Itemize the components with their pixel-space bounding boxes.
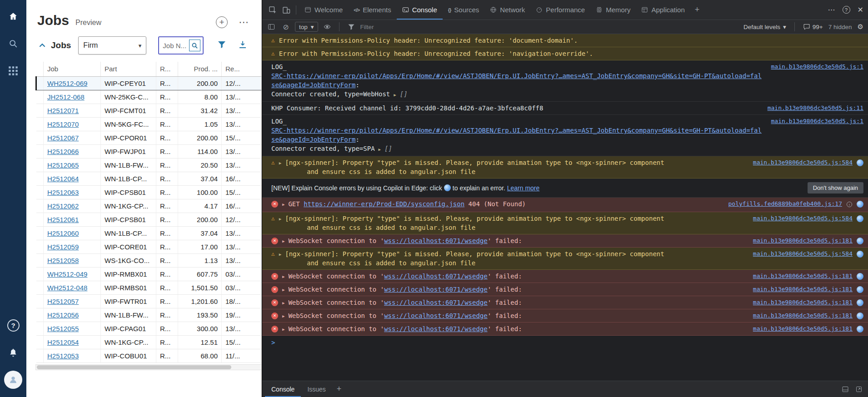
- export-icon[interactable]: [238, 40, 247, 51]
- table-row[interactable]: H2512070 WN-5KG-FC... R... 1.05 13/...: [36, 117, 262, 131]
- issues-counter[interactable]: 99+: [803, 23, 823, 30]
- table-row[interactable]: H2512061 WIP-CPSB01 R... 200.00 12/...: [36, 213, 262, 226]
- job-link[interactable]: H2512055: [47, 325, 79, 332]
- console-sidebar-icon[interactable]: [266, 21, 277, 32]
- drawer-tab-issues[interactable]: Issues: [301, 381, 332, 397]
- learn-more-link[interactable]: Learn more: [507, 184, 540, 192]
- table-row[interactable]: H2512053 WIP-COBU01 R... 68.00 11/...: [36, 349, 262, 362]
- column-header-r[interactable]: R...: [156, 62, 178, 76]
- column-header-prod[interactable]: Prod. ...: [178, 62, 222, 76]
- column-header-job[interactable]: Job: [44, 62, 101, 76]
- source-link[interactable]: main.b13e9806dc3e50d5.js:181: [745, 236, 853, 245]
- table-row[interactable]: WH2512-048 WIP-RMBS01 R... 1,501.50 03/.…: [36, 281, 262, 294]
- error-info-icon[interactable]: [846, 201, 853, 210]
- table-row[interactable]: H2512063 WIP-CPSB01 R... 100.00 15/...: [36, 185, 262, 199]
- more-actions-icon[interactable]: ⋯: [239, 16, 249, 28]
- column-header-re[interactable]: Re...: [222, 62, 262, 76]
- job-link[interactable]: H2512063: [47, 189, 79, 196]
- table-row[interactable]: H2512067 WIP-CPOR01 R... 200.00 15/...: [36, 131, 262, 144]
- tab-elements[interactable]: </> Elements: [348, 0, 396, 20]
- filter-icon[interactable]: [217, 40, 226, 51]
- search-icon[interactable]: [4, 35, 22, 53]
- console-input-line[interactable]: >: [262, 336, 868, 349]
- source-link[interactable]: main.b13e9806dc3e50d5.js:584: [745, 214, 853, 223]
- websocket-url-link[interactable]: wss://localhost:6071/wsedge: [384, 273, 488, 280]
- table-row[interactable]: H2512064 WN-1LB-CP... R... 37.04 16/...: [36, 172, 262, 185]
- popout-panel-icon[interactable]: [855, 386, 863, 393]
- tab-application[interactable]: Application: [636, 0, 690, 20]
- expand-arrow-icon[interactable]: ▶: [394, 93, 396, 97]
- expand-arrow-icon[interactable]: ▶: [379, 147, 381, 152]
- devtools-menu-icon[interactable]: ⋯: [828, 5, 835, 14]
- job-link[interactable]: H2512067: [47, 134, 79, 142]
- firm-dropdown[interactable]: Firm ▾: [78, 36, 146, 55]
- user-avatar[interactable]: [4, 371, 22, 389]
- job-link[interactable]: H2512059: [47, 243, 79, 251]
- copilot-icon[interactable]: [857, 159, 863, 166]
- home-icon[interactable]: [4, 7, 22, 25]
- horizontal-scrollbar[interactable]: [35, 364, 262, 370]
- console-url-link[interactable]: SRC-https://winner-erp/pilot/Apps/Erp/Ho…: [271, 127, 762, 143]
- tab-sources[interactable]: {} Sources: [443, 0, 485, 20]
- tab-performance[interactable]: Performance: [530, 0, 590, 20]
- close-devtools-icon[interactable]: ✕: [858, 5, 863, 14]
- devtools-help-icon[interactable]: ?: [843, 6, 850, 14]
- device-toolbar-icon[interactable]: [279, 3, 293, 17]
- table-row[interactable]: JH2512-068 WN-25KG-C... R... 8.00 13/...: [36, 90, 262, 104]
- job-link[interactable]: H2512060: [47, 229, 79, 237]
- clear-console-icon[interactable]: ⊘: [280, 21, 291, 32]
- console-url-link[interactable]: SRC-https://winner-erp/pilot/Apps/Erp/Ho…: [271, 72, 762, 89]
- job-link[interactable]: H2512057: [47, 298, 79, 305]
- tab-memory[interactable]: Memory: [590, 0, 636, 20]
- table-row[interactable]: H2512065 WN-1LB-FW... R... 20.50 13/...: [36, 158, 262, 172]
- notifications-bell-icon[interactable]: [4, 343, 22, 362]
- expand-arrow-icon[interactable]: ▶: [282, 200, 284, 209]
- job-link[interactable]: H2512062: [47, 202, 79, 210]
- copilot-icon[interactable]: [857, 286, 863, 293]
- table-row[interactable]: H2512056 WN-1LB-FW... R... 193.50 19/...: [36, 308, 262, 322]
- live-expression-eye-icon[interactable]: [322, 21, 333, 32]
- copilot-icon[interactable]: [857, 201, 863, 208]
- source-link[interactable]: polyfills.fed6889ba0feb400.js:17: [720, 199, 842, 208]
- add-record-button[interactable]: +: [216, 16, 228, 28]
- websocket-url-link[interactable]: wss://localhost:6071/wsedge: [384, 312, 488, 319]
- copilot-icon[interactable]: [857, 273, 863, 280]
- expand-arrow-icon[interactable]: ▶: [279, 214, 281, 223]
- expand-arrow-icon[interactable]: ▶: [282, 312, 284, 321]
- table-row[interactable]: H2512062 WN-1KG-CP... R... 4.17 16/...: [36, 199, 262, 213]
- request-url-link[interactable]: https://winner-erp/Prod-EDD/sysconfig.js…: [304, 200, 464, 208]
- add-drawer-tab-button[interactable]: +: [332, 384, 346, 394]
- source-link[interactable]: main.b13e9806dc3e50d5.js:181: [745, 311, 853, 320]
- table-row[interactable]: WH2512-049 WIP-RMBX01 R... 607.75 03/...: [36, 267, 262, 281]
- copilot-icon[interactable]: [857, 313, 863, 319]
- copilot-icon[interactable]: [857, 299, 863, 306]
- job-link[interactable]: H2512061: [47, 216, 79, 223]
- table-row[interactable]: H2512054 WN-1KG-CP... R... 12.51 15/...: [36, 335, 262, 349]
- tab-welcome[interactable]: Welcome: [299, 0, 348, 20]
- job-link[interactable]: H2512070: [47, 120, 79, 128]
- dont-show-again-button[interactable]: Don't show again: [808, 182, 863, 194]
- table-row[interactable]: H2512071 WIP-FCMT01 R... 31.42 13/...: [36, 104, 262, 117]
- copilot-icon[interactable]: [857, 251, 863, 258]
- source-link[interactable]: main.b13e9806dc3e50d5.js:181: [745, 298, 853, 307]
- source-link[interactable]: main.b13e9806dc3e50d5.js:584: [745, 249, 853, 258]
- websocket-url-link[interactable]: wss://localhost:6071/wsedge: [384, 237, 488, 244]
- job-link[interactable]: H2512065: [47, 161, 79, 169]
- table-row[interactable]: WH2512-069 WIP-CPEY01 R... 200.00 12/...: [36, 76, 262, 90]
- job-link[interactable]: H2512058: [47, 257, 79, 264]
- inspect-icon[interactable]: [266, 3, 279, 17]
- job-link[interactable]: H2512053: [47, 352, 79, 360]
- expand-arrow-icon[interactable]: ▶: [282, 272, 284, 281]
- job-link[interactable]: WH2512-069: [47, 79, 87, 87]
- console-filter-input[interactable]: [360, 24, 740, 30]
- table-row[interactable]: H2512060 WN-1LB-CP... R... 37.04 13/...: [36, 226, 262, 240]
- job-link[interactable]: H2512071: [47, 107, 79, 114]
- job-link[interactable]: H2512064: [47, 175, 79, 183]
- hidden-messages-label[interactable]: 7 hidden: [828, 24, 852, 30]
- job-link[interactable]: H2512054: [47, 338, 79, 346]
- table-row[interactable]: H2512059 WIP-CORE01 R... 17.00 13/...: [36, 240, 262, 253]
- tab-console[interactable]: Console: [397, 0, 443, 20]
- job-link[interactable]: H2512066: [47, 148, 79, 155]
- drawer-tab-console[interactable]: Console: [265, 381, 301, 397]
- source-link[interactable]: main.b13e9806dc3e50d5.js:584: [745, 158, 853, 167]
